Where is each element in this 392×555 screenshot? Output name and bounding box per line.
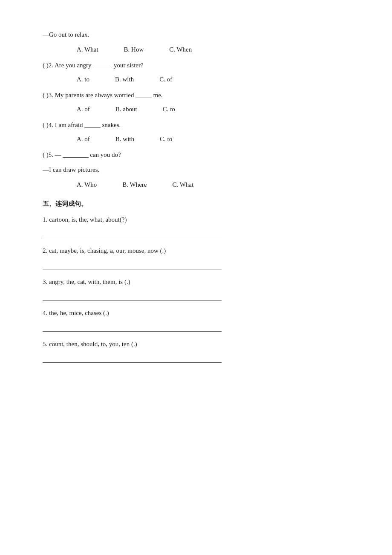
s5-q1-answer-line[interactable] <box>43 229 222 238</box>
q3-options: A. of B. about C. to <box>43 104 349 115</box>
q5-options: A. Who B. Where C. What <box>43 179 349 191</box>
s5-q3-text: 3. angry, the, cat, with, them, is (.) <box>43 278 130 285</box>
s5-q5-text: 5. count, then, should, to, you, ten (.) <box>43 341 137 347</box>
q1-option-a: A. What <box>77 44 98 55</box>
q4-option-a: A. of <box>77 133 90 145</box>
s5-q4: 4. the, he, mice, chases (.) <box>43 307 349 319</box>
q5-answer-text: —I can draw pictures. <box>43 164 99 176</box>
s5-q5-answer-line[interactable] <box>43 353 222 363</box>
q2-option-c: C. of <box>159 74 172 85</box>
intro-text: —Go out to relax. <box>43 29 89 40</box>
s5-q1-text: 1. cartoon, is, the, what, about(?) <box>43 216 127 223</box>
s5-q1: 1. cartoon, is, the, what, about(?) <box>43 214 349 225</box>
q3-option-b: B. about <box>115 104 137 115</box>
q1-option-b: B. How <box>124 44 144 55</box>
q1-option-c: C. When <box>169 44 192 55</box>
q2-option-a: A. to <box>77 74 89 85</box>
s5-q4-answer-line[interactable] <box>43 322 222 332</box>
q4-option-b: B. with <box>115 133 134 145</box>
q4-option-c: C. to <box>160 133 172 145</box>
q1-options: A. What B. How C. When <box>43 44 349 55</box>
s5-q3: 3. angry, the, cat, with, them, is (.) <box>43 276 349 288</box>
q5-stem: ( )5. — ________ can you do? <box>43 149 349 161</box>
q5-option-a: A. Who <box>77 179 97 191</box>
s5-q4-text: 4. the, he, mice, chases (.) <box>43 309 109 316</box>
q3-stem-text: ( )3. My parents are always worried ____… <box>43 90 163 101</box>
q5-answer-line: —I can draw pictures. <box>43 164 349 176</box>
s5-q2-text: 2. cat, maybe, is, chasing, a, our, mous… <box>43 247 166 254</box>
s5-q2: 2. cat, maybe, is, chasing, a, our, mous… <box>43 245 349 257</box>
main-content: —Go out to relax. A. What B. How C. When… <box>43 29 349 363</box>
q5-stem-text: ( )5. — ________ can you do? <box>43 149 121 161</box>
q2-stem-text: ( )2. Are you angry ______ your sister? <box>43 60 144 71</box>
s5-q5: 5. count, then, should, to, you, ten (.) <box>43 338 349 350</box>
section5-title: 五、连词成句。 <box>43 198 349 210</box>
q4-stem: ( )4. I am afraid _____ snakes. <box>43 119 349 131</box>
q5-option-b: B. Where <box>122 179 147 191</box>
q5-option-c: C. What <box>172 179 193 191</box>
intro-line: —Go out to relax. <box>43 29 349 40</box>
s5-q2-answer-line[interactable] <box>43 260 222 269</box>
q2-options: A. to B. with C. of <box>43 74 349 85</box>
q3-stem: ( )3. My parents are always worried ____… <box>43 90 349 101</box>
q4-options: A. of B. with C. to <box>43 133 349 145</box>
q2-option-b: B. with <box>115 74 134 85</box>
q3-option-c: C. to <box>163 104 175 115</box>
s5-q3-answer-line[interactable] <box>43 291 222 301</box>
q4-stem-text: ( )4. I am afraid _____ snakes. <box>43 119 121 131</box>
q3-option-a: A. of <box>77 104 90 115</box>
q2-stem: ( )2. Are you angry ______ your sister? <box>43 60 349 71</box>
